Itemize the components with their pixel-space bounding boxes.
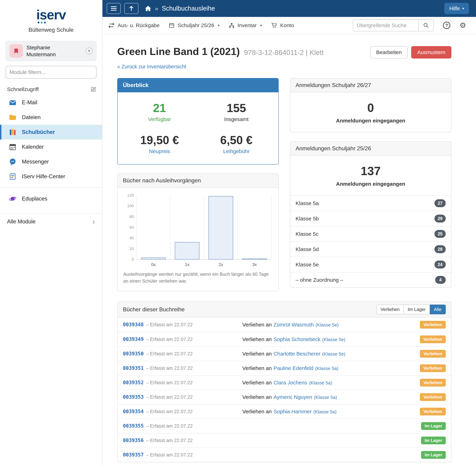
iserv-logo-text: iserv (36, 7, 66, 22)
sidebar-item-label: Messenger (22, 159, 49, 165)
school-name: Bültenweg Schule (3, 27, 99, 33)
stat-available: 21 Verfügbar (121, 102, 198, 122)
lent-prefix: Verliehen an (242, 380, 272, 386)
student-link[interactable]: Pauline Edenfeld (273, 365, 313, 371)
loans-bar-chart: 0204060801001200x1x2x3x (123, 192, 273, 269)
class-link[interactable]: (Klasse 5e) (322, 337, 345, 342)
toolbar-item-inventar[interactable]: Inventar ▾ (229, 22, 262, 28)
lent-prefix: Verliehen an (242, 365, 272, 371)
book-meta: – Erfasst am 22.07.22 (146, 409, 193, 414)
scroll-top-button[interactable] (124, 3, 138, 14)
book-id-link[interactable]: 0039356 (123, 437, 144, 443)
edit-button[interactable]: Bearbeiten (370, 46, 408, 58)
sidebar-item-kalender[interactable]: Kalender (0, 140, 102, 154)
student-link[interactable]: Zümrüt Wasmuth (273, 322, 314, 328)
filter-alle-button[interactable]: Alle (430, 305, 446, 314)
book-id-link[interactable]: 0039349 (123, 336, 144, 342)
status-badge: Verliehen (420, 321, 446, 329)
registrations-current-title: Anmeldungen Schuljahr 25/26 (290, 142, 451, 156)
folder-icon (9, 114, 17, 121)
toolbar-item-schuljahr[interactable]: Schuljahr 25/26 ▾ (169, 22, 219, 28)
status-badge: Im Lager (421, 422, 446, 430)
chat-icon (9, 158, 17, 166)
class-row[interactable]: – ohne Zuordnung – 4 (290, 272, 451, 287)
book-id-link[interactable]: 0039357 (123, 452, 144, 458)
user-menu[interactable]: Stephanie Mustermann ▾ (6, 41, 96, 61)
book-id-link[interactable]: 0039348 (123, 322, 144, 327)
student-link[interactable]: Sophia Hammer (273, 408, 312, 415)
chevron-down-icon[interactable]: ▾ (86, 47, 93, 54)
class-name: Klasse 5b (295, 216, 319, 222)
stat-label-link[interactable]: Neupreis (121, 148, 198, 154)
home-icon[interactable] (145, 5, 151, 12)
sidebar-item-eduplaces[interactable]: Eduplaces (0, 191, 102, 206)
sidebar-item-dateien[interactable]: Dateien (0, 110, 102, 125)
class-row[interactable]: Klasse 5e 24 (290, 257, 451, 272)
class-link[interactable]: (Klasse 5a) (313, 409, 337, 415)
filter-im-lager-button[interactable]: Im Lager (403, 305, 430, 314)
gear-icon[interactable]: ⚙ (459, 22, 466, 29)
book-id-link[interactable]: 0039352 (123, 380, 144, 385)
overview-card: Überblick 21 Verfügbar 155 Insgesamt (117, 78, 279, 164)
registrations-current-card: Anmeldungen Schuljahr 25/26 137 Anmeldun… (290, 141, 451, 288)
sidebar-item-alle-module[interactable]: Alle Module › (0, 213, 102, 230)
class-link[interactable]: (Klasse 5a) (315, 366, 338, 371)
student-link[interactable]: Sophia Schonebeck (273, 336, 320, 342)
sidebar-item-label: IServ Hilfe-Center (22, 173, 65, 180)
menu-toggle-button[interactable] (107, 3, 121, 14)
svg-text:3x: 3x (252, 262, 257, 267)
title-row: Green Line Band 1 (2021) 978-3-12-864011… (117, 46, 451, 58)
chart-card: Bücher nach Ausleihvorgängen 02040608010… (117, 173, 279, 291)
sidebar-item-label: E-Mail (22, 99, 37, 106)
class-link[interactable]: (Klasse 5a) (314, 395, 337, 400)
iserv-logo[interactable]: iserv (36, 7, 66, 22)
class-row[interactable]: Klasse 5c 25 (290, 226, 451, 241)
module-filter (6, 66, 96, 79)
bookmark-icon (13, 47, 20, 54)
class-link[interactable]: (Klasse 5e) (316, 322, 339, 328)
back-link[interactable]: « Zurück zur Inventarübersicht (117, 64, 186, 70)
toolbar-item-konto[interactable]: Konto (271, 22, 294, 29)
sidebar-item-label: Dateien (22, 114, 41, 120)
help-button[interactable]: Hilfe ▾ (444, 3, 469, 14)
table-row: 0039352 – Erfasst am 22.07.22 Verliehen … (118, 375, 451, 390)
sidebar-item-messenger[interactable]: Messenger (0, 154, 102, 169)
book-id-link[interactable]: 0039350 (123, 351, 144, 357)
filter-verliehen-button[interactable]: Verliehen (376, 305, 404, 314)
global-search-input[interactable] (353, 19, 418, 31)
lent-prefix: Verliehen an (242, 351, 272, 357)
chevron-down-icon: ▾ (462, 6, 464, 11)
help-circle-icon[interactable]: ? (443, 22, 450, 29)
status-badge: Verliehen (420, 408, 446, 415)
edit-icon[interactable] (91, 86, 96, 92)
toolbar-item-aus-rueckgabe[interactable]: Aus- u. Rückgabe (108, 22, 159, 28)
class-link[interactable]: (Klasse 5e) (322, 351, 345, 357)
book-id-link[interactable]: 0039354 (123, 408, 144, 414)
student-link[interactable]: Clara Jochens (273, 380, 307, 386)
class-name: Klasse 5e (295, 262, 319, 268)
sidebar-item-email[interactable]: E-Mail (0, 95, 102, 110)
book-id-link[interactable]: 0039351 (123, 365, 144, 371)
class-row[interactable]: Klasse 5b 29 (290, 211, 451, 226)
class-row[interactable]: Klasse 5a 27 (290, 195, 451, 211)
book-id-link[interactable]: 0039353 (123, 394, 144, 400)
topbar: » Schulbuchausleihe Hilfe ▾ (102, 0, 476, 17)
calendar-icon (9, 143, 17, 151)
class-link[interactable]: (Klasse 5a) (309, 380, 332, 386)
search-button[interactable] (418, 19, 434, 31)
student-link[interactable]: Aymeric Nguyen (273, 394, 312, 400)
svg-text:120: 120 (127, 193, 134, 197)
svg-text:0: 0 (132, 257, 134, 261)
quick-access-label: Schnellzugriff (7, 86, 39, 92)
svg-text:80: 80 (129, 214, 134, 219)
book-id-link[interactable]: 0039355 (123, 423, 144, 429)
table-row: 0039354 – Erfasst am 22.07.22 Verliehen … (118, 404, 451, 419)
sidebar-item-schulbuecher[interactable]: Schulbücher (0, 125, 102, 140)
stat-label-link[interactable]: Leihgebühr (198, 148, 275, 154)
stat-total: 155 Insgesamt (198, 102, 275, 122)
retire-button[interactable]: Ausmustern (411, 46, 451, 58)
student-link[interactable]: Charlotte Bescherer (273, 351, 320, 357)
class-row[interactable]: Klasse 5d 28 (290, 241, 451, 257)
module-filter-input[interactable] (6, 66, 96, 79)
sidebar-item-hilfe-center[interactable]: IServ Hilfe-Center (0, 169, 102, 184)
